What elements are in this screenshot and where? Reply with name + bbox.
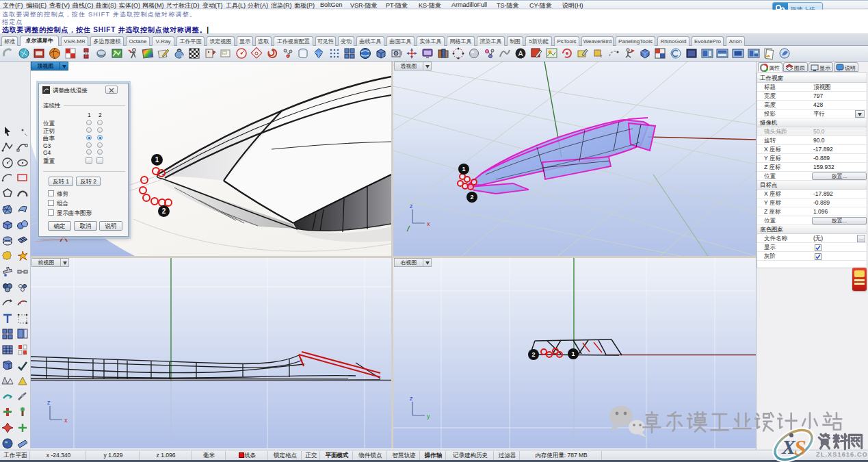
svg-text:y: y <box>427 413 430 420</box>
svg-text:z: z <box>47 399 51 406</box>
svg-text:x: x <box>64 417 68 424</box>
svg-text:x: x <box>427 220 430 227</box>
svg-text:r: r <box>601 53 603 58</box>
svg-text:z: z <box>410 203 413 209</box>
svg-text:A: A <box>518 50 523 57</box>
svg-text:z: z <box>410 395 413 402</box>
